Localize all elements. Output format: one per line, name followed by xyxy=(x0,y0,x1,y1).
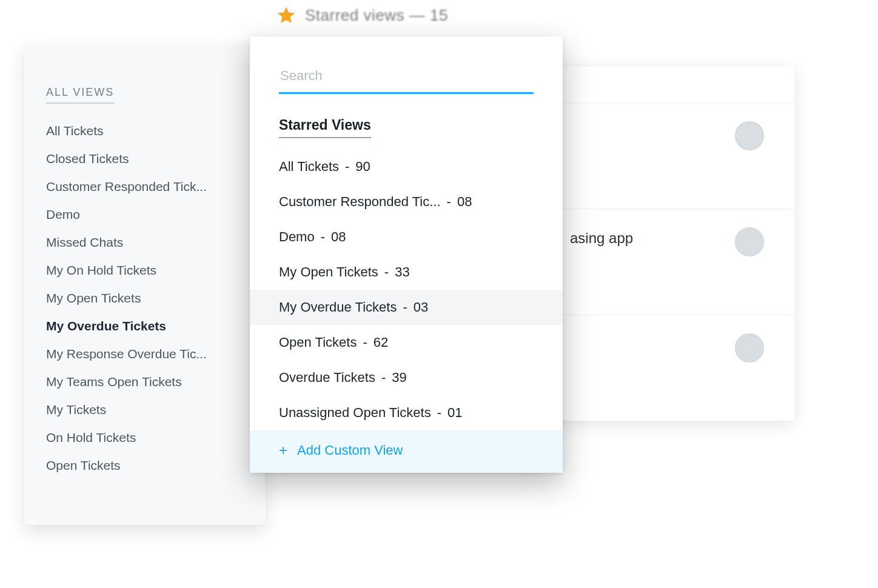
sidebar-view-item[interactable]: Demo xyxy=(46,201,247,229)
dropdown-group-title: Starred Views xyxy=(279,117,371,138)
starred-view-label: Unassigned Open Tickets xyxy=(279,405,431,421)
avatar[interactable] xyxy=(735,121,764,150)
starred-view-item[interactable]: Overdue Tickets - 39 xyxy=(250,360,563,395)
views-dropdown: Starred Views All Tickets - 90Customer R… xyxy=(250,36,563,473)
starred-view-item[interactable]: Customer Responded Tic... - 08 xyxy=(250,184,563,219)
header-starred-views: Starred views — 15 xyxy=(276,5,448,25)
sidebar-view-item[interactable]: Closed Tickets xyxy=(46,145,247,173)
separator: - xyxy=(384,264,389,280)
sidebar-view-list: All TicketsClosed TicketsCustomer Respon… xyxy=(46,117,247,479)
separator: - xyxy=(437,405,441,421)
separator: - xyxy=(381,370,386,386)
starred-view-count: 01 xyxy=(447,405,462,421)
sidebar-view-item[interactable]: Missed Chats xyxy=(46,229,247,256)
separator: - xyxy=(447,194,451,210)
starred-view-item[interactable]: All Tickets - 90 xyxy=(250,149,563,184)
sidebar-view-item[interactable]: My On Hold Tickets xyxy=(46,256,247,284)
sidebar-view-item[interactable]: My Response Overdue Tic... xyxy=(46,340,247,368)
sidebar-view-item[interactable]: Customer Responded Tick... xyxy=(46,173,247,201)
header-star-label: Starred views — 15 xyxy=(305,6,448,25)
sidebar-view-item[interactable]: My Overdue Tickets xyxy=(46,312,247,340)
add-custom-view-label: Add Custom View xyxy=(297,443,403,458)
starred-view-count: 08 xyxy=(457,194,472,210)
add-custom-view-button[interactable]: + Add Custom View xyxy=(250,430,563,473)
starred-view-label: All Tickets xyxy=(279,159,339,175)
starred-view-label: Overdue Tickets xyxy=(279,370,375,386)
separator: - xyxy=(403,299,407,315)
starred-view-count: 03 xyxy=(414,299,428,315)
starred-view-item[interactable]: My Open Tickets - 33 xyxy=(250,255,563,290)
separator: - xyxy=(321,229,325,245)
separator: - xyxy=(345,159,349,175)
starred-views-list: All Tickets - 90Customer Responded Tic..… xyxy=(250,149,563,430)
star-icon xyxy=(276,5,297,25)
starred-view-label: Customer Responded Tic... xyxy=(279,194,441,210)
starred-view-item[interactable]: Unassigned Open Tickets - 01 xyxy=(250,395,563,430)
starred-view-item[interactable]: Demo - 08 xyxy=(250,219,563,255)
starred-view-count: 62 xyxy=(374,335,388,350)
sidebar-view-item[interactable]: All Tickets xyxy=(46,117,247,145)
starred-view-label: My Open Tickets xyxy=(279,264,378,280)
starred-view-count: 39 xyxy=(392,370,406,386)
starred-view-count: 08 xyxy=(331,229,346,245)
search-input[interactable] xyxy=(279,62,534,94)
starred-view-label: Open Tickets xyxy=(279,335,357,350)
sidebar-view-item[interactable]: Open Tickets xyxy=(46,452,247,479)
starred-view-count: 33 xyxy=(395,264,409,280)
avatar[interactable] xyxy=(735,227,764,256)
sidebar-view-item[interactable]: My Tickets xyxy=(46,396,247,424)
starred-view-count: 90 xyxy=(355,159,370,175)
views-sidebar: ALL VIEWS All TicketsClosed TicketsCusto… xyxy=(24,46,266,525)
sidebar-view-item[interactable]: My Open Tickets xyxy=(46,284,247,312)
ticket-title-fragment: asing app xyxy=(570,230,633,247)
avatar[interactable] xyxy=(735,333,764,362)
starred-view-label: Demo xyxy=(279,229,315,245)
sidebar-view-item[interactable]: My Teams Open Tickets xyxy=(46,368,247,396)
separator: - xyxy=(363,335,367,350)
plus-icon: + xyxy=(279,443,287,458)
sidebar-section-title: ALL VIEWS xyxy=(46,86,114,104)
starred-view-item[interactable]: Open Tickets - 62 xyxy=(250,325,563,360)
starred-view-label: My Overdue Tickets xyxy=(279,299,397,315)
starred-view-item[interactable]: My Overdue Tickets - 03 xyxy=(250,290,563,325)
sidebar-view-item[interactable]: On Hold Tickets xyxy=(46,424,247,452)
